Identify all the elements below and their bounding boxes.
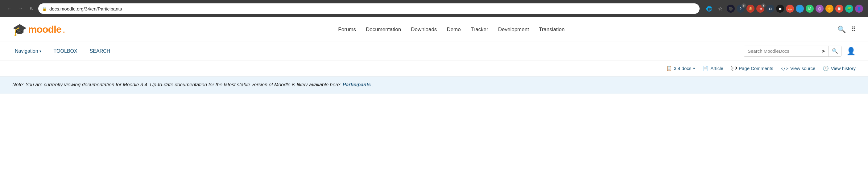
ext-icon-9[interactable]: M <box>806 5 814 13</box>
search-box: ➤ 🔍 <box>744 46 841 57</box>
back-button[interactable]: ← <box>5 4 13 13</box>
arrow-right-icon: ➤ <box>822 48 826 54</box>
ext-icon-2[interactable]: 9 9 <box>737 5 745 13</box>
search-input[interactable] <box>744 48 818 54</box>
ext-icon-12[interactable]: 📋 <box>835 5 843 13</box>
source-icon: </> <box>781 66 788 71</box>
header-search-icon[interactable]: 🔍 <box>837 26 846 34</box>
notice-text-before: Note: You are currently viewing document… <box>12 82 341 87</box>
ext-icon-11[interactable]: ⚡ <box>826 5 833 13</box>
ext-icon-3[interactable]: 🍪 <box>746 5 754 13</box>
article-action[interactable]: 📄 Article <box>702 65 723 71</box>
toolbox-label: TOOLBOX <box>54 48 78 54</box>
ext-icon-5[interactable]: ⊟ <box>766 5 774 13</box>
header-icons: 🔍 ⠿ <box>837 26 856 34</box>
forward-button[interactable]: → <box>16 4 25 13</box>
ext-icon-7[interactable]: 🦊 <box>786 5 794 13</box>
moodle-header: 🎓 moodle . Forums Documentation Download… <box>0 17 868 42</box>
docs-label: 3.4 docs <box>674 66 691 71</box>
content-toolbar: Navigation ▾ TOOLBOX SEARCH ➤ 🔍 👤 <box>0 42 868 61</box>
search-submit-button[interactable]: 🔍 <box>829 46 841 57</box>
view-source-action[interactable]: </> View source <box>781 66 815 71</box>
ext-icon-1[interactable]: ⚫ <box>727 5 735 13</box>
view-history-label: View history <box>831 66 856 71</box>
view-history-action[interactable]: 🕐 View history <box>823 65 856 71</box>
article-icon: 📄 <box>702 65 709 71</box>
user-account-button[interactable]: 👤 <box>846 47 856 56</box>
article-toolbar: 📋 3.4 docs ▾ 📄 Article 💬 Page Comments <… <box>0 61 868 76</box>
view-source-label: View source <box>790 66 815 71</box>
toolbar-left: Navigation ▾ TOOLBOX SEARCH <box>12 46 113 56</box>
nav-translation[interactable]: Translation <box>539 27 564 33</box>
logo-dot: . <box>63 24 65 35</box>
nav-forums[interactable]: Forums <box>338 27 356 33</box>
page-comments-action[interactable]: 💬 Page Comments <box>731 65 773 71</box>
security-icon: 🔒 <box>42 6 47 11</box>
notice-banner: Note: You are currently viewing document… <box>0 76 868 94</box>
translate-button[interactable]: 🌐 <box>705 4 714 13</box>
docs-icon: 📋 <box>666 66 672 71</box>
search-icon: 🔍 <box>832 48 838 54</box>
notice-participants-link[interactable]: Participants <box>343 82 371 87</box>
ext-icon-13[interactable]: 🧩 <box>845 5 853 13</box>
url-text: docs.moodle.org/34/en/Participants <box>49 6 696 11</box>
comments-label: Page Comments <box>739 66 773 71</box>
toolbox-button[interactable]: TOOLBOX <box>51 46 80 56</box>
ext-icon-4[interactable]: FE 8 <box>756 5 764 13</box>
ext-icon-10[interactable]: @ <box>815 5 824 13</box>
user-icon: 👤 <box>846 47 856 55</box>
ext-icon-8[interactable]: 🌐 <box>796 5 804 13</box>
nav-development[interactable]: Development <box>498 27 529 33</box>
bookmark-button[interactable]: ☆ <box>716 4 725 13</box>
refresh-button[interactable]: ↻ <box>27 4 36 13</box>
logo-text: moodle <box>28 24 61 35</box>
toolbar-right: ➤ 🔍 👤 <box>744 46 856 57</box>
ext-icon-14[interactable]: 👤 <box>855 5 863 13</box>
docs-version-button[interactable]: 📋 3.4 docs ▾ <box>666 66 695 71</box>
chevron-down-icon: ▾ <box>39 49 41 53</box>
address-bar[interactable]: 🔒 docs.moodle.org/34/en/Participants <box>38 3 700 14</box>
search-go-button[interactable]: ➤ <box>818 46 829 57</box>
article-label: Article <box>710 66 723 71</box>
moodle-logo[interactable]: 🎓 moodle . <box>12 23 65 36</box>
browser-actions: 🌐 ☆ ⚫ 9 9 🍪 FE 8 ⊟ ◼ 🦊 🌐 M <box>705 4 863 13</box>
nav-demo[interactable]: Demo <box>447 27 461 33</box>
browser-chrome: ← → ↻ 🔒 docs.moodle.org/34/en/Participan… <box>0 0 868 17</box>
header-grid-icon[interactable]: ⠿ <box>851 26 856 34</box>
header-nav: Forums Documentation Downloads Demo Trac… <box>338 27 564 33</box>
ext-icon-6[interactable]: ◼ <box>776 5 784 13</box>
comments-icon: 💬 <box>731 65 737 71</box>
navigation-label: Navigation <box>15 48 38 54</box>
nav-tracker[interactable]: Tracker <box>471 27 488 33</box>
navigation-button[interactable]: Navigation ▾ <box>12 46 44 56</box>
search-button[interactable]: SEARCH <box>87 46 113 56</box>
nav-documentation[interactable]: Documentation <box>366 27 401 33</box>
history-icon: 🕐 <box>823 65 829 71</box>
search-label: SEARCH <box>90 48 111 54</box>
nav-downloads[interactable]: Downloads <box>411 27 437 33</box>
chevron-down-icon: ▾ <box>693 66 695 71</box>
notice-text-after: . <box>372 82 374 87</box>
